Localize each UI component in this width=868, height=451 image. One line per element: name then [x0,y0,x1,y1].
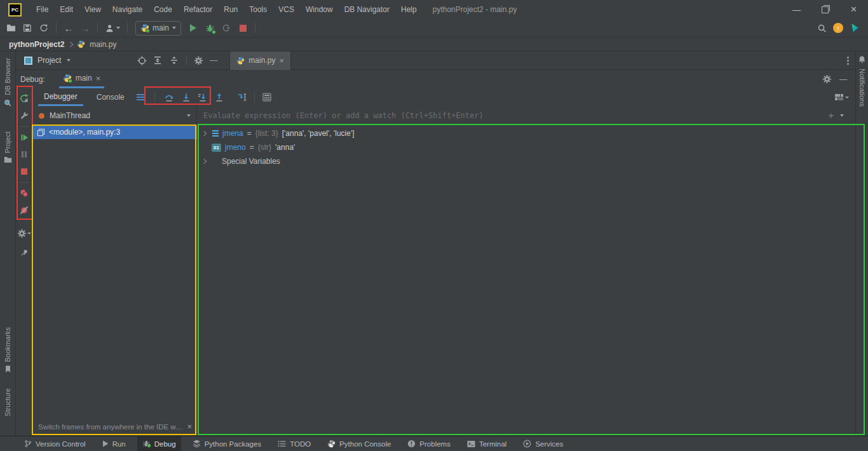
close-tab-icon[interactable]: × [279,57,284,65]
step-over-button[interactable] [161,90,178,105]
more-options-button[interactable] [847,57,849,65]
expand-chevron-icon[interactable] [201,131,207,136]
statusbar-run[interactable]: Run [97,436,131,451]
debug-settings-button[interactable] [818,74,835,84]
dropdown-arrow-icon[interactable] [67,59,71,62]
layers-icon [193,440,201,448]
force-step-into-button[interactable] [194,90,211,105]
editor-tab-main-py[interactable]: main.py × [229,51,291,70]
view-breakpoints-button[interactable] [17,186,32,200]
statusbar-version-control[interactable]: Version Control [19,436,91,451]
search-everywhere-user-button[interactable] [102,20,123,36]
running-indicator [146,29,150,33]
frame-row-selected[interactable]: <module>, main.py:3 [33,125,197,139]
sidebar-item-project[interactable]: Project [4,131,12,163]
menu-help[interactable]: Help [395,0,423,19]
menu-db-navigator[interactable]: DB Navigator [339,0,395,19]
thread-selector[interactable]: MainThread [33,106,197,125]
hide-debug-panel-button[interactable]: — [835,75,851,84]
statusbar-services[interactable]: Services [518,436,568,451]
close-session-icon[interactable]: × [96,74,101,83]
stop-button[interactable] [234,20,251,36]
window-controls: — × [782,0,868,19]
debug-button[interactable] [201,20,218,36]
pause-button[interactable] [17,147,32,161]
breadcrumb-project[interactable]: pythonProject2 [9,40,64,49]
evaluate-expression-button[interactable] [259,90,275,105]
add-watch-button[interactable]: + [829,111,834,121]
forward-button[interactable]: → [77,20,93,36]
pin-tab-button[interactable] [17,245,32,259]
statusbar-terminal[interactable]: Terminal [462,436,512,451]
collapse-all-button[interactable] [166,56,182,65]
step-into-button[interactable] [178,90,194,105]
menu-refactor[interactable]: Refactor [178,0,218,19]
mute-breakpoints-button[interactable] [17,203,32,217]
user-icon [105,24,114,33]
menu-window[interactable]: Window [300,0,339,19]
step-out-button[interactable] [211,90,227,105]
project-panel-title[interactable]: Project [37,56,61,65]
save-all-button[interactable] [19,20,36,36]
sidebar-item-structure[interactable]: Structure [4,388,12,428]
menu-file[interactable]: File [31,0,54,19]
menu-vcs[interactable]: VCS [273,0,300,19]
variable-value: 'anna' [275,143,295,152]
sidebar-item-db-browser[interactable]: DB Browser [3,58,12,107]
sidebar-item-bookmarks[interactable]: Bookmarks [4,327,11,373]
breadcrumb-file[interactable]: main.py [90,40,116,49]
statusbar-python-console[interactable]: Python Console [322,436,396,451]
locate-file-button[interactable] [134,56,149,65]
back-button[interactable]: ← [60,20,77,36]
rerun-button[interactable] [17,91,32,105]
menu-bar: File Edit View Navigate Code Refactor Ru… [31,0,423,19]
maximize-button[interactable] [811,0,839,19]
hide-panel-button[interactable]: — [206,56,221,65]
dropdown-arrow-icon[interactable] [840,114,844,117]
layout-menu-icon[interactable] [137,94,144,100]
tab-console[interactable]: Console [91,88,130,106]
variable-row-jmena[interactable]: jmena = {list: 3} ['anna', 'pavel', 'luc… [197,126,855,140]
bell-icon[interactable] [858,55,866,64]
run-with-coverage-button[interactable] [218,20,234,36]
resume-button[interactable] [17,130,32,144]
debugger-settings-button[interactable] [17,226,32,240]
project-editor-row: Project — main.py × [16,51,855,70]
modify-run-configuration-button[interactable] [17,109,32,123]
statusbar-python-packages[interactable]: Python Packages [187,436,267,451]
menu-run[interactable]: Run [218,0,243,19]
learn-ide-button[interactable] [846,20,863,36]
project-settings-button[interactable] [191,56,206,65]
dismiss-hint-icon[interactable]: × [187,422,192,431]
statusbar-todo[interactable]: TODO [273,436,316,451]
menu-edit[interactable]: Edit [54,0,79,19]
statusbar-problems[interactable]: Problems [402,436,456,451]
variable-row-jmeno[interactable]: 01 jmeno = {str} 'anna' [197,140,855,154]
statusbar-debug[interactable]: Debug [137,436,181,451]
debug-session-tab[interactable]: main × [59,70,105,88]
variable-row-special[interactable]: Special Variables [197,154,855,168]
close-button[interactable]: × [839,0,868,19]
run-to-cursor-button[interactable] [234,90,250,105]
sidebar-item-notifications[interactable]: Notifications [858,69,866,107]
menu-navigate[interactable]: Navigate [107,0,148,19]
tab-debugger[interactable]: Debugger [38,88,83,106]
evaluate-expression-input[interactable]: Evaluate expression (Enter) or add a wat… [203,111,822,120]
synchronize-button[interactable] [36,20,52,36]
stop-debug-button[interactable] [17,165,32,178]
minimize-button[interactable]: — [782,0,811,19]
menu-view[interactable]: View [79,0,107,19]
expand-chevron-icon[interactable] [201,159,207,164]
search-everywhere-button[interactable] [813,20,830,36]
expand-all-button[interactable] [149,56,166,65]
update-notification-button[interactable]: ↑ [830,20,846,36]
run-button[interactable] [185,20,201,36]
main-toolbar: ← → main ↑ [0,19,868,37]
variable-type: {list: 3} [255,129,278,138]
open-folder-button[interactable] [3,20,19,36]
run-configuration-select[interactable]: main [135,21,181,36]
evaluate-expression-row[interactable]: Evaluate expression (Enter) or add a wat… [197,106,855,125]
menu-tools[interactable]: Tools [243,0,273,19]
menu-code[interactable]: Code [148,0,178,19]
restore-layout-button[interactable] [834,93,849,102]
